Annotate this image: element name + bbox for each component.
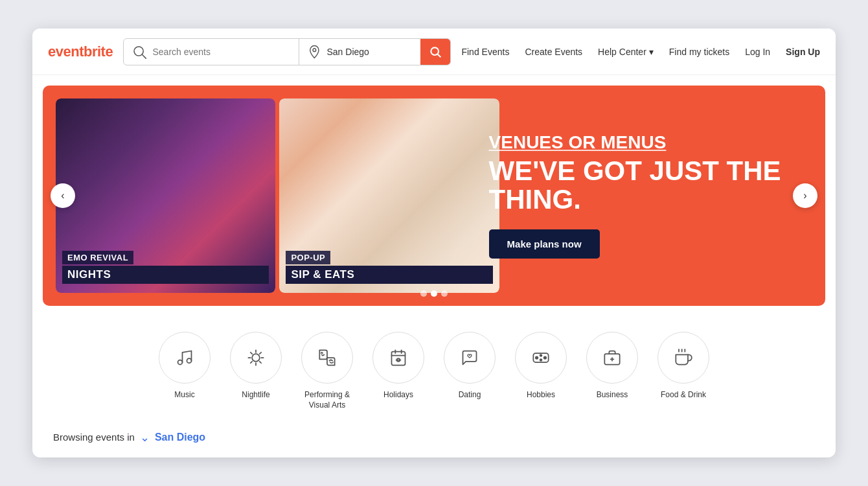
hero-images: EMO REVIVAL NIGHTS POP-UP SIP & EATS (43, 86, 512, 306)
nightlife-label: Nightlife (242, 390, 269, 400)
svg-point-6 (187, 359, 192, 364)
location-input[interactable] (326, 47, 413, 57)
login-link[interactable]: Log In (745, 47, 770, 57)
search-button[interactable] (420, 39, 450, 65)
food-drink-label: Food & Drink (661, 390, 706, 400)
svg-point-5 (178, 360, 183, 365)
category-nightlife[interactable]: Nightlife (227, 332, 285, 410)
svg-line-14 (260, 353, 261, 354)
browser-window: eventbrite (32, 29, 836, 457)
holidays-icon-circle (372, 332, 424, 384)
business-icon (603, 349, 621, 367)
find-events-link[interactable]: Find Events (461, 47, 509, 57)
hero-dot-1[interactable] (420, 290, 427, 297)
category-holidays[interactable]: Holidays (369, 332, 428, 410)
hero-prev-button[interactable]: ‹ (51, 183, 75, 208)
hero-dot-2[interactable] (431, 290, 437, 297)
dating-label: Dating (459, 390, 481, 400)
location-icon (307, 43, 322, 61)
search-bar (123, 38, 451, 65)
signup-link[interactable]: Sign Up (786, 47, 820, 57)
location-wrap (299, 39, 421, 65)
hero-card-concert[interactable]: EMO REVIVAL NIGHTS (56, 98, 275, 293)
navbar: eventbrite (32, 29, 836, 75)
svg-point-0 (134, 47, 143, 56)
svg-point-24 (540, 355, 542, 357)
logo[interactable]: eventbrite (48, 43, 113, 60)
browsing-label: Browsing events in (53, 432, 135, 443)
svg-point-22 (536, 357, 538, 360)
search-icon (131, 43, 147, 61)
food-drink-icon (674, 349, 692, 367)
music-icon (176, 349, 194, 367)
nightlife-icon-circle (230, 332, 282, 384)
category-music[interactable]: Music (155, 332, 214, 410)
theater-icon (318, 349, 336, 367)
category-food-drink[interactable]: Food & Drink (654, 332, 713, 410)
disco-icon (247, 349, 265, 367)
svg-line-4 (438, 54, 441, 58)
performing-arts-label: Performing & Visual Arts (298, 390, 356, 410)
holidays-icon (389, 349, 407, 367)
music-icon-circle (159, 332, 211, 384)
svg-point-3 (431, 47, 439, 55)
search-input[interactable] (152, 47, 290, 57)
food-label: POP-UP SIP & EATS (286, 251, 492, 284)
svg-point-25 (540, 360, 542, 362)
hero-text: VENUES OR MENUS WE'VE GOT JUST THE THING… (489, 133, 786, 259)
hero-dots (420, 290, 448, 297)
category-hobbies[interactable]: Hobbies (512, 332, 570, 410)
browsing-chevron-icon[interactable]: ⌄ (140, 430, 150, 445)
hero-cta-button[interactable]: Make plans now (489, 229, 600, 259)
hero-title: WE'VE GOT JUST THE THING. (489, 157, 786, 214)
svg-line-12 (251, 353, 252, 354)
svg-line-15 (251, 362, 252, 363)
svg-point-7 (252, 354, 260, 362)
svg-point-2 (313, 49, 316, 52)
svg-line-1 (143, 54, 146, 58)
browsing-city[interactable]: San Diego (155, 432, 205, 443)
hero-banner: EMO REVIVAL NIGHTS POP-UP SIP & EATS VEN… (43, 86, 825, 306)
hobbies-label: Hobbies (527, 390, 555, 400)
music-label: Music (174, 390, 194, 400)
holidays-label: Holidays (383, 390, 413, 400)
browsing-bar: Browsing events in ⌄ San Diego (32, 421, 836, 457)
hero-subtitle: VENUES OR MENUS (489, 133, 786, 153)
business-label: Business (597, 390, 628, 400)
svg-point-23 (544, 357, 547, 360)
categories-section: Music Nightlife (32, 316, 836, 421)
category-dating[interactable]: Dating (440, 332, 499, 410)
hobbies-icon (532, 349, 550, 367)
hobbies-icon-circle (515, 332, 567, 384)
create-events-link[interactable]: Create Events (525, 47, 582, 57)
nav-links: Find Events Create Events Help Center ▾ … (461, 47, 820, 57)
hero-card-food[interactable]: POP-UP SIP & EATS (279, 98, 499, 293)
food-drink-icon-circle (657, 332, 709, 384)
svg-line-13 (260, 362, 261, 363)
help-center-link[interactable]: Help Center ▾ (598, 47, 654, 57)
search-btn-icon (429, 45, 442, 58)
hero-dot-3[interactable] (441, 290, 448, 297)
category-business[interactable]: Business (583, 332, 641, 410)
dating-icon-circle (444, 332, 496, 384)
business-icon-circle (586, 332, 638, 384)
performing-arts-icon-circle (301, 332, 353, 384)
search-input-wrap (124, 39, 299, 65)
find-tickets-link[interactable]: Find my tickets (669, 47, 729, 57)
chevron-down-icon: ▾ (649, 47, 654, 57)
hero-next-button[interactable]: › (793, 183, 817, 208)
category-performing-arts[interactable]: Performing & Visual Arts (298, 332, 356, 410)
dating-icon (461, 349, 479, 367)
concert-label: EMO REVIVAL NIGHTS (62, 251, 269, 284)
